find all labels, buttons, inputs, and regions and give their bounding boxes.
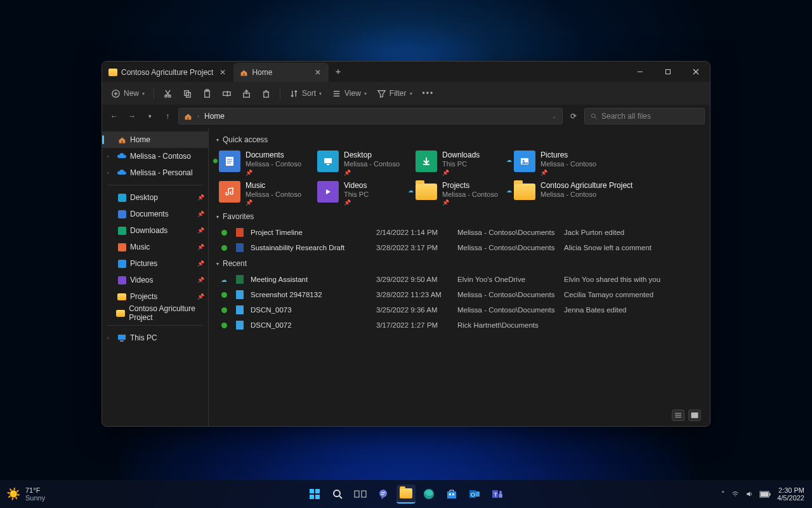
volume-icon[interactable] — [745, 490, 753, 498]
recent-locations-button[interactable]: ▾ — [143, 109, 157, 123]
pin-icon: 📌 — [197, 244, 204, 250]
sidebar-item-melissa-personal[interactable]: ›Melissa - Personal — [102, 164, 208, 181]
rename-button[interactable] — [218, 86, 235, 101]
tab-close-icon[interactable]: ✕ — [312, 67, 324, 78]
sidebar-item-home[interactable]: Home — [102, 131, 208, 148]
file-row[interactable]: Sustainability Research Draft3/28/2022 3… — [216, 240, 702, 255]
svg-point-26 — [591, 114, 595, 117]
pin-icon: 📌 — [442, 170, 480, 176]
svg-rect-55 — [447, 491, 456, 498]
weather-widget[interactable]: ☀️ 71°F Sunny — [0, 486, 51, 502]
tray-overflow-icon[interactable]: ˄ — [721, 490, 725, 498]
tab-contoso-agriculture-project[interactable]: Contoso Agriculture Project✕ — [102, 63, 233, 82]
forward-button[interactable]: → — [125, 109, 139, 123]
minimize-button[interactable] — [626, 62, 654, 82]
sidebar-item-pictures[interactable]: Pictures📌 — [102, 255, 208, 272]
quick-access-header[interactable]: ▾ Quick access — [216, 135, 702, 144]
sidebar-item-this-pc[interactable]: ›This PC — [102, 330, 208, 346]
svg-rect-19 — [264, 91, 269, 97]
file-row[interactable]: Screenshot 294781323/28/2022 11:23 AMMel… — [216, 287, 702, 302]
favorites-header[interactable]: ▾ Favorites — [216, 212, 702, 221]
close-button[interactable] — [682, 62, 710, 82]
svg-rect-60 — [476, 491, 480, 497]
file-row[interactable]: Project Timeline2/14/2022 1:14 PMMelissa… — [216, 225, 702, 240]
weather-icon: ☀️ — [6, 487, 20, 501]
taskbar-app-taskview[interactable] — [351, 485, 370, 504]
taskbar-app-chat[interactable] — [374, 485, 393, 504]
taskbar-app-edge[interactable] — [419, 485, 438, 504]
synced-icon — [221, 292, 227, 298]
paste-button[interactable] — [199, 86, 216, 101]
quick-access-projects[interactable]: ☁ProjectsMelissa - Contoso📌 — [413, 178, 511, 209]
back-button[interactable]: ← — [107, 109, 121, 123]
copy-button[interactable] — [179, 86, 196, 101]
filter-button[interactable]: Filter ▾ — [373, 86, 416, 101]
cut-button[interactable] — [159, 86, 176, 101]
home-icon — [184, 112, 192, 121]
taskbar-app-store[interactable] — [442, 485, 461, 504]
taskbar-app-explorer[interactable] — [396, 485, 416, 504]
new-tab-button[interactable]: ＋ — [329, 62, 348, 82]
svg-rect-2 — [666, 70, 671, 74]
sidebar-item-downloads[interactable]: Downloads📌 — [102, 222, 208, 239]
sidebar-item-desktop[interactable]: Desktop📌 — [102, 189, 208, 206]
view-label: View — [344, 89, 361, 98]
wifi-icon[interactable] — [731, 490, 739, 498]
share-button[interactable] — [238, 86, 255, 101]
search-icon — [590, 112, 598, 120]
sidebar-item-projects[interactable]: Projects📌 — [102, 288, 208, 305]
taskbar-app-start[interactable] — [305, 485, 324, 504]
sidebar-item-contoso-agriculture-project[interactable]: Contoso Agriculture Project — [102, 305, 208, 321]
titlebar: Contoso Agriculture Project✕Home✕ ＋ — [102, 62, 710, 82]
quick-access-documents[interactable]: DocumentsMelissa - Contoso📌 — [216, 148, 315, 178]
tab-home[interactable]: Home✕ — [233, 63, 329, 82]
view-button[interactable]: View ▾ — [328, 86, 370, 101]
thumbnails-view-button[interactable] — [688, 410, 701, 421]
quick-access-pictures[interactable]: ☁PicturesMelissa - Contoso📌 — [511, 148, 610, 178]
desktop-icon — [117, 193, 126, 202]
sort-label: Sort — [302, 89, 316, 98]
quick-access-music[interactable]: MusicMelissa - Contoso📌 — [216, 178, 315, 209]
taskbar-app-outlook[interactable]: O — [465, 485, 484, 504]
videos-icon — [117, 276, 126, 284]
clock[interactable]: 2:30 PM 4/5/2022 — [777, 486, 804, 502]
sidebar-item-documents[interactable]: Documents📌 — [102, 206, 208, 222]
svg-rect-0 — [244, 73, 245, 76]
maximize-button[interactable] — [654, 62, 682, 82]
search-placeholder: Search all files — [601, 112, 651, 121]
up-button[interactable]: ↑ — [160, 109, 174, 123]
sidebar-item-melissa-contoso[interactable]: ›Melissa - Contoso — [102, 148, 208, 164]
taskbar-app-search[interactable] — [328, 485, 347, 504]
delete-button[interactable] — [258, 86, 275, 101]
quick-access-downloads[interactable]: DownloadsThis PC📌 — [413, 148, 511, 178]
new-label: New — [124, 89, 139, 98]
svg-rect-28 — [121, 140, 122, 143]
sidebar-item-videos[interactable]: Videos📌 — [102, 272, 208, 288]
pin-icon: 📌 — [442, 199, 498, 206]
sort-button[interactable]: Sort ▾ — [285, 86, 325, 101]
search-box[interactable]: Search all files — [584, 108, 705, 124]
refresh-button[interactable]: ⟳ — [566, 109, 580, 123]
quick-access-videos[interactable]: VideosThis PC📌 — [315, 178, 413, 209]
more-button[interactable]: ••• — [419, 86, 438, 100]
battery-icon[interactable] — [759, 491, 771, 498]
recent-header[interactable]: ▾ Recent — [216, 259, 702, 268]
tab-close-icon[interactable]: ✕ — [217, 67, 228, 78]
svg-text:O: O — [471, 491, 475, 498]
sidebar-item-music[interactable]: Music📌 — [102, 239, 208, 255]
taskbar-app-teams[interactable]: T — [488, 485, 507, 504]
file-icon — [235, 228, 244, 237]
quick-access-desktop[interactable]: DesktopMelissa - Contoso📌 — [315, 148, 413, 178]
new-button[interactable]: New ▾ — [107, 86, 148, 101]
file-row[interactable]: ☁Meeting Assistant3/29/2022 9:50 AMElvin… — [216, 272, 702, 287]
cloud-icon: ☁ — [221, 276, 227, 283]
file-row[interactable]: DSCN_00733/25/2022 9:36 AMMelissa - Cont… — [216, 302, 702, 318]
svg-point-47 — [334, 490, 340, 497]
details-view-button[interactable] — [672, 410, 684, 421]
file-row[interactable]: DSCN_00723/17/2022 1:27 PMRick Hartnett\… — [216, 318, 702, 333]
pin-icon: 📌 — [246, 170, 301, 176]
address-bar[interactable]: › Home ⌄ — [178, 108, 563, 124]
weather-cond: Sunny — [25, 494, 45, 502]
svg-rect-66 — [761, 492, 768, 497]
quick-access-contoso-agriculture-project[interactable]: ☁Contoso Agriculture ProjectMelissa - Co… — [511, 178, 638, 209]
